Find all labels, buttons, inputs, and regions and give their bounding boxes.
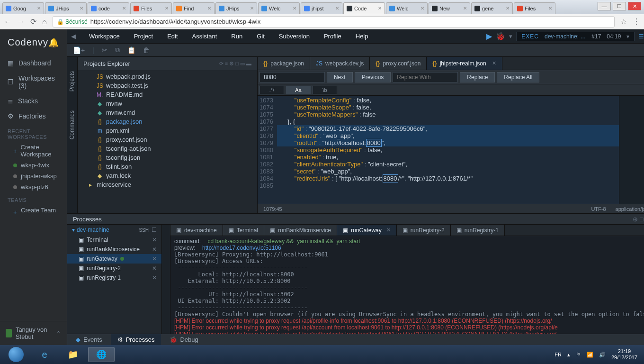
menu-item[interactable]: Git [257,33,265,40]
menu-item[interactable]: Run [231,33,242,40]
editor-tab[interactable]: {}package.json [258,57,310,70]
menu-item[interactable]: Subversion [279,33,310,40]
tray-lang[interactable]: FR [555,352,562,357]
terminal-tab[interactable]: ▣Terminal [223,225,264,236]
start-button[interactable] [3,347,29,362]
replace-button[interactable]: Replace [460,72,495,82]
sidebar-item[interactable]: ❐Workspaces (3) [0,71,67,93]
cut-icon[interactable]: ✂ [102,46,107,54]
taskbar-chrome[interactable]: 🌐 [88,347,115,362]
browser-tab[interactable]: Find✕ [173,2,215,14]
recent-workspace[interactable]: +Create Workspace [0,142,67,160]
gutter-projects[interactable]: Projects [69,71,75,91]
menu-item[interactable]: Help [356,33,368,40]
paste-icon[interactable]: 📋 [127,46,135,54]
process-item[interactable]: ▣runBankMicroservice✕ [67,245,161,254]
find-input[interactable] [259,72,325,82]
close-icon[interactable]: ✕ [152,274,157,281]
find-prev-button[interactable]: Previous [355,72,391,82]
nav-home-icon[interactable]: ⌂ [42,18,47,26]
tree-file[interactable]: ◆yarn.lock [78,171,257,180]
view-list-icon[interactable]: ☰ [638,33,644,40]
editor-tab-controls[interactable]: ≡ ▾ [641,57,644,70]
browser-tab[interactable]: gene✕ [471,2,513,14]
recent-workspace[interactable]: jhipster-wksp [0,171,67,182]
tree-file[interactable]: JSwebpack.prod.js [78,72,257,81]
browser-tab[interactable]: Goog✕ [2,2,44,14]
editor-tab[interactable]: {}proxy.conf.json [370,57,427,70]
browser-tab[interactable]: code✕ [88,2,129,14]
create-team[interactable]: +Create Team [0,205,67,216]
run-play-icon[interactable]: ▶ [486,32,492,41]
nav-reload-icon[interactable]: ⟳ [30,17,36,26]
browser-tab[interactable]: Files✕ [130,2,172,14]
browser-menu-icon[interactable]: ⋮ [633,17,640,26]
terminal-tab[interactable]: ▣runGateway✕ [337,225,397,236]
find-option[interactable]: Aa [286,86,311,94]
browser-tab[interactable]: JHips✕ [45,2,87,14]
tab-processes[interactable]: ⚙Processes [111,334,161,345]
close-icon[interactable]: ✕ [152,246,157,253]
delete-icon[interactable]: 🗑 [143,46,150,54]
taskbar-ie[interactable]: e [31,347,58,362]
tree-file[interactable]: {}package.json [78,117,257,126]
sidebar-item[interactable]: ≣Stacks [0,93,67,109]
panel-toggle-icon[interactable]: ◀ [71,33,76,40]
browser-tab[interactable]: jhipst✕ [301,2,342,14]
tray-clock[interactable]: 21:1929/12/2017 [611,348,637,361]
tree-file[interactable]: {}tslint.json [78,162,257,171]
process-machine[interactable]: ▾dev-machine SSH ☐ [67,225,161,235]
url-input[interactable]: 🔒 Sécurisé https://codenvy.io/dashboard/… [53,16,615,27]
close-icon[interactable]: ✕ [492,60,496,66]
process-item[interactable]: ▣runRegistry-2✕ [67,264,161,273]
recent-workspace[interactable]: wksp-plz6 [0,182,67,192]
browser-tab[interactable]: Welc✕ [258,2,300,14]
nav-forward-icon[interactable]: → [17,18,25,26]
taskbar-explorer[interactable]: 📁 [60,347,86,362]
copy-icon[interactable]: ⧉ [115,46,120,54]
notifications-bell-icon[interactable]: 🔔 [48,37,59,48]
menu-item[interactable]: Profile [324,33,341,40]
tab-events[interactable]: ◆Events [69,334,109,345]
gutter-commands[interactable]: Commands [69,110,75,139]
browser-tab[interactable]: JHips✕ [215,2,257,14]
tree-file[interactable]: {}proxy.conf.json [78,135,257,144]
editor-tab[interactable]: {}jhipster-realm.json✕ [427,57,502,70]
terminal-output[interactable]: command: cd bank-account-kata/gateway &&… [170,236,644,334]
new-file-icon[interactable]: 📄+ [73,46,85,54]
tree-file[interactable]: {}tsconfig.json [78,153,257,162]
terminal-tab[interactable]: ▣runRegistry-2 [397,225,451,236]
nav-back-icon[interactable]: ← [4,18,11,26]
find-option[interactable]: .*/ [259,86,284,94]
find-close-icon[interactable]: ✕ [638,73,644,81]
tree-file[interactable]: mpom.xml [78,126,257,135]
user-bar[interactable]: Tanguy von Stebut ⌃ [0,321,67,345]
tree-file[interactable]: M↓README.md [78,90,257,99]
tree-folder[interactable]: ▸microservice [78,180,257,189]
run-dropdown-icon[interactable]: ▾ [509,33,512,40]
browser-tab[interactable]: Files✕ [514,2,555,14]
find-next-button[interactable]: Next [327,72,353,82]
recent-workspace[interactable]: wksp-4wix [0,160,67,171]
process-item[interactable]: ▣Terminal✕ [67,235,161,245]
tray-volume-icon[interactable]: 🔊 [599,352,606,358]
close-icon[interactable]: ✕ [152,237,157,243]
replace-input[interactable] [393,72,458,82]
menu-item[interactable]: Assistant [192,33,217,40]
process-item[interactable]: ▣runRegistry-1✕ [67,273,161,282]
close-icon[interactable]: ✕ [386,227,391,233]
close-icon[interactable]: ✕ [152,255,157,262]
tab-debug[interactable]: 🐞Debug [163,334,205,345]
find-option[interactable]: \b [313,86,337,94]
tree-file[interactable]: ◆mvnw.cmd [78,108,257,117]
processes-controls[interactable]: ⊕ □ ▬ [633,216,644,223]
window-close[interactable]: ✕ [628,2,641,10]
debug-bug-icon[interactable]: 🐞 [496,32,505,41]
terminal-tab-controls[interactable]: ≡ ▾ [641,225,644,236]
tree-file[interactable]: ◆mvnw [78,99,257,108]
browser-tab[interactable]: Welc✕ [386,2,428,14]
minimap[interactable] [619,96,644,204]
tray-action-icon[interactable]: 🏳 [576,352,581,357]
menu-item[interactable]: Workspace [89,33,120,40]
browser-tab[interactable]: New✕ [429,2,470,14]
